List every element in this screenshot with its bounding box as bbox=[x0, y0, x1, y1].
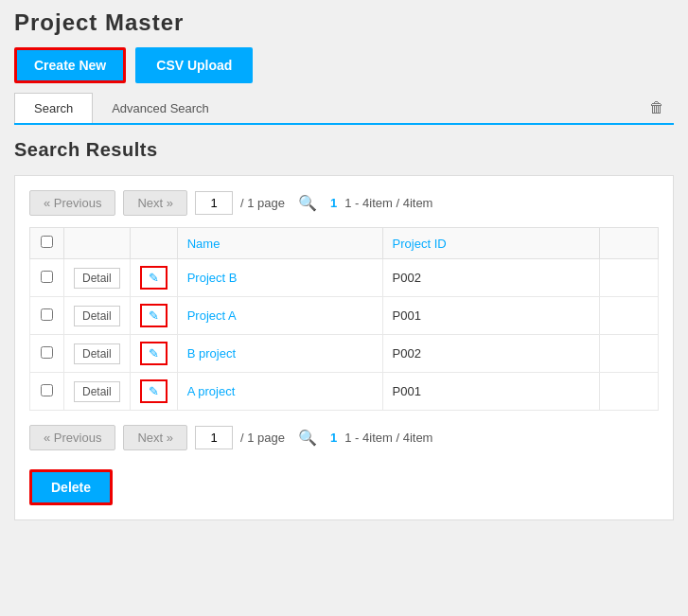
edit-btn-wrapper-3: ✎ bbox=[140, 379, 168, 403]
select-all-checkbox[interactable] bbox=[41, 236, 53, 248]
th-detail bbox=[64, 228, 131, 259]
search-icon-button-top[interactable]: 🔍 bbox=[292, 192, 323, 214]
page-title: Project Master bbox=[14, 9, 674, 36]
row-checkbox-cell bbox=[30, 373, 64, 411]
row-extra-0 bbox=[600, 259, 659, 297]
table-body: Detail ✎ Project B P002 Detail ✎ P bbox=[30, 259, 659, 411]
create-new-button[interactable]: Create New bbox=[14, 47, 126, 83]
table-header-row: Name Project ID bbox=[30, 228, 659, 259]
row-extra-1 bbox=[600, 297, 659, 335]
prev-button-bottom[interactable]: Previous bbox=[29, 425, 115, 450]
table-row: Detail ✎ A project P001 bbox=[30, 373, 659, 411]
item-count-bottom: 1 - 4item / 4item bbox=[344, 431, 432, 445]
row-edit-cell: ✎ bbox=[130, 373, 177, 411]
page-range-num-bottom: 1 bbox=[330, 431, 337, 445]
row-edit-cell: ✎ bbox=[130, 297, 177, 335]
row-checkbox-cell bbox=[30, 335, 64, 373]
th-edit bbox=[130, 228, 177, 259]
row-checkbox-0[interactable] bbox=[41, 271, 53, 283]
row-extra-2 bbox=[600, 335, 659, 373]
edit-button-1[interactable]: ✎ bbox=[142, 306, 166, 326]
page-number-input-bottom[interactable] bbox=[195, 426, 233, 449]
search-results-title: Search Results bbox=[14, 139, 674, 161]
page-number-input-top[interactable] bbox=[195, 191, 233, 215]
row-edit-cell: ✎ bbox=[130, 259, 177, 297]
row-name-3: A project bbox=[177, 373, 382, 411]
row-detail-cell: Detail bbox=[64, 259, 131, 297]
row-name-1: Project A bbox=[177, 297, 382, 335]
trash-icon[interactable]: 🗑 bbox=[649, 99, 664, 116]
page-total-top: / 1 page bbox=[240, 196, 285, 210]
edit-button-2[interactable]: ✎ bbox=[142, 343, 166, 363]
pagination-top: Previous Next / 1 page 🔍 1 1 - 4item / 4… bbox=[29, 190, 659, 216]
edit-button-3[interactable]: ✎ bbox=[142, 381, 166, 401]
row-project-id-3: P001 bbox=[382, 373, 600, 411]
row-detail-cell: Detail bbox=[64, 297, 131, 335]
detail-button-0[interactable]: Detail bbox=[74, 268, 120, 289]
th-name: Name bbox=[177, 228, 382, 259]
main-content: Previous Next / 1 page 🔍 1 1 - 4item / 4… bbox=[14, 175, 674, 520]
th-project-id: Project ID bbox=[382, 228, 600, 259]
table-row: Detail ✎ Project B P002 bbox=[30, 259, 659, 297]
row-checkbox-3[interactable] bbox=[41, 384, 53, 396]
table-row: Detail ✎ B project P002 bbox=[30, 335, 659, 373]
row-checkbox-1[interactable] bbox=[41, 308, 53, 321]
results-table: Name Project ID Detail ✎ Project B P002 bbox=[29, 227, 659, 411]
edit-btn-wrapper-1: ✎ bbox=[140, 304, 168, 327]
row-extra-3 bbox=[600, 373, 659, 411]
row-checkbox-2[interactable] bbox=[41, 346, 53, 359]
row-name-0: Project B bbox=[177, 259, 382, 297]
item-count-top: 1 - 4item / 4item bbox=[344, 196, 432, 210]
row-project-id-2: P002 bbox=[382, 335, 600, 373]
edit-btn-wrapper-2: ✎ bbox=[140, 342, 168, 365]
next-button-top[interactable]: Next bbox=[123, 190, 187, 216]
edit-btn-wrapper-0: ✎ bbox=[140, 266, 168, 290]
th-extra bbox=[600, 228, 659, 259]
search-icon-button-bottom[interactable]: 🔍 bbox=[292, 427, 323, 449]
row-project-id-0: P002 bbox=[382, 259, 600, 297]
row-detail-cell: Detail bbox=[64, 373, 131, 411]
row-checkbox-cell bbox=[30, 259, 64, 297]
row-name-2: B project bbox=[177, 335, 382, 373]
csv-upload-button[interactable]: CSV Upload bbox=[135, 47, 253, 83]
th-checkbox bbox=[30, 228, 64, 259]
row-edit-cell: ✎ bbox=[130, 335, 177, 373]
row-project-id-1: P001 bbox=[382, 297, 600, 335]
page-wrapper: Project Master Create New CSV Upload Sea… bbox=[0, 0, 688, 616]
top-buttons: Create New CSV Upload bbox=[14, 47, 674, 83]
prev-button-top[interactable]: Previous bbox=[29, 190, 115, 216]
row-detail-cell: Detail bbox=[64, 335, 131, 373]
page-range-num-top: 1 bbox=[330, 196, 337, 210]
detail-button-2[interactable]: Detail bbox=[74, 343, 120, 364]
delete-button[interactable]: Delete bbox=[29, 469, 113, 505]
tab-bar: Search Advanced Search 🗑 bbox=[14, 93, 674, 125]
row-checkbox-cell bbox=[30, 297, 64, 335]
edit-button-0[interactable]: ✎ bbox=[142, 268, 166, 288]
detail-button-3[interactable]: Detail bbox=[74, 381, 120, 402]
next-button-bottom[interactable]: Next bbox=[123, 425, 187, 450]
table-row: Detail ✎ Project A P001 bbox=[30, 297, 659, 335]
page-total-bottom: / 1 page bbox=[240, 431, 285, 445]
detail-button-1[interactable]: Detail bbox=[74, 306, 120, 326]
tab-advanced-search[interactable]: Advanced Search bbox=[93, 94, 228, 123]
pagination-bottom: Previous Next / 1 page 🔍 1 1 - 4item / 4… bbox=[29, 425, 659, 450]
tab-search[interactable]: Search bbox=[14, 93, 93, 123]
